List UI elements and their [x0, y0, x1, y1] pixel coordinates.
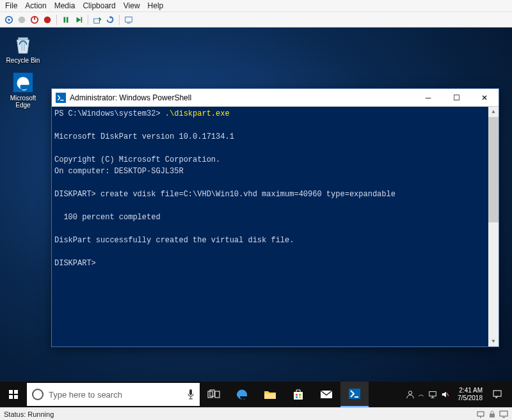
shutdown-icon[interactable]: [29, 15, 40, 25]
clock-date: 7/5/2018: [458, 394, 483, 402]
edge-icon: [11, 70, 35, 95]
menu-clipboard[interactable]: Clipboard: [83, 1, 115, 10]
status-label: Status: Running: [4, 410, 54, 418]
taskbar-clock[interactable]: 2:41 AM 7/5/2018: [458, 387, 483, 402]
svg-rect-12: [125, 17, 132, 22]
desktop-icon-label: Microsoft Edge: [3, 95, 44, 109]
svg-point-5: [44, 16, 51, 23]
svg-rect-33: [429, 392, 436, 396]
tray-chevron-up-icon[interactable]: ︿: [419, 391, 424, 399]
powershell-window: Administrator: Windows PowerShell ─ ☐ ✕ …: [51, 88, 499, 347]
virtual-desktop: Recycle Bin Microsoft Edge Administrator…: [0, 27, 512, 407]
window-close-button[interactable]: ✕: [470, 89, 499, 107]
svg-line-37: [447, 393, 449, 396]
recycle-bin-icon: [11, 33, 35, 57]
people-icon[interactable]: [406, 390, 415, 399]
windows-logo-icon: [8, 389, 19, 400]
reset-icon[interactable]: [74, 15, 84, 25]
edge-icon: [236, 388, 248, 401]
svg-rect-23: [215, 391, 220, 398]
svg-point-1: [8, 19, 10, 21]
window-maximize-button[interactable]: ☐: [442, 89, 470, 107]
taskbar-file-explorer[interactable]: [256, 382, 284, 407]
status-display-icon: [499, 410, 508, 419]
notifications-icon: [492, 389, 502, 400]
menu-help[interactable]: Help: [148, 1, 164, 10]
svg-rect-27: [299, 394, 301, 396]
menu-media[interactable]: Media: [54, 1, 76, 10]
host-menubar: File Action Media Clipboard View Help: [0, 0, 512, 12]
ps-line: On computer: DESKTOP-SGJL35R: [54, 167, 184, 176]
menu-view[interactable]: View: [124, 1, 140, 10]
desktop-icon-edge[interactable]: Microsoft Edge: [3, 70, 44, 109]
console-scrollbar[interactable]: ▲ ▼: [488, 107, 499, 346]
ps-line: Microsoft DiskPart version 10.0.17134.1: [54, 132, 234, 141]
checkpoint-icon[interactable]: [92, 15, 102, 25]
powershell-icon: [56, 93, 66, 103]
ctrl-alt-del-icon[interactable]: [4, 15, 14, 25]
window-title: Administrator: Windows PowerShell: [70, 93, 191, 102]
desktop-icon-label: Recycle Bin: [6, 57, 40, 64]
ps-line: DISKPART>: [54, 259, 96, 268]
menu-file[interactable]: File: [5, 1, 17, 10]
store-icon: [292, 388, 305, 401]
scroll-up-arrow-icon[interactable]: ▲: [488, 107, 499, 117]
svg-rect-6: [64, 17, 66, 22]
pause-icon[interactable]: [61, 15, 71, 25]
svg-marker-36: [442, 392, 446, 398]
toolbar-separator: [119, 15, 120, 25]
ps-line: PS C:\Windows\system32>: [54, 109, 165, 118]
start-graybtn-icon[interactable]: [17, 15, 27, 25]
save-state-icon[interactable]: [42, 15, 52, 25]
ps-line: 100 percent completed: [54, 213, 161, 222]
svg-rect-7: [67, 17, 68, 22]
host-toolbar: [0, 12, 512, 27]
svg-rect-20: [189, 389, 192, 395]
svg-point-32: [408, 391, 412, 394]
enhanced-session-icon[interactable]: [124, 15, 134, 25]
taskbar-mail[interactable]: [312, 382, 340, 407]
taskbar-search[interactable]: Type here to search: [27, 383, 200, 406]
taskbar-edge[interactable]: [228, 382, 256, 407]
taskview-icon: [207, 389, 220, 400]
scroll-thumb[interactable]: [488, 117, 499, 222]
revert-icon[interactable]: [105, 15, 115, 25]
svg-rect-25: [294, 392, 303, 400]
ps-line: Copyright (C) Microsoft Corporation.: [54, 155, 220, 164]
start-button[interactable]: [0, 382, 27, 407]
menu-action[interactable]: Action: [25, 1, 46, 10]
volume-icon[interactable]: [441, 390, 450, 399]
action-center-button[interactable]: [486, 382, 508, 407]
toolbar-separator: [56, 15, 57, 25]
svg-rect-29: [299, 396, 301, 398]
search-placeholder: Type here to search: [49, 390, 187, 400]
svg-rect-17: [14, 390, 18, 394]
ps-command: .\diskpart.exe: [165, 109, 230, 118]
svg-rect-18: [9, 395, 13, 399]
windows-taskbar: Type here to search ︿ 2:41 AM: [0, 382, 512, 407]
ps-line: DISKPART> create vdisk file=C:\VHD\Win10…: [54, 190, 396, 199]
scroll-down-arrow-icon[interactable]: ▼: [488, 336, 499, 346]
taskbar-store[interactable]: [284, 382, 312, 407]
taskbar-powershell[interactable]: [340, 382, 369, 407]
window-titlebar[interactable]: Administrator: Windows PowerShell ─ ☐ ✕: [52, 89, 499, 107]
toolbar-separator: [88, 15, 88, 25]
svg-point-2: [19, 16, 26, 23]
cortana-icon: [32, 389, 44, 400]
svg-rect-42: [500, 411, 508, 416]
desktop-icon-recycle-bin[interactable]: Recycle Bin: [3, 33, 44, 64]
svg-rect-39: [477, 412, 484, 416]
ps-line: DiskPart successfully created the virtua…: [54, 236, 294, 245]
svg-rect-38: [493, 391, 501, 396]
network-icon[interactable]: [428, 390, 437, 399]
svg-rect-10: [94, 19, 100, 23]
svg-marker-8: [77, 17, 81, 22]
powershell-console[interactable]: PS C:\Windows\system32> .\diskpart.exe M…: [52, 107, 499, 346]
svg-rect-26: [296, 394, 298, 396]
taskview-button[interactable]: [200, 382, 228, 407]
svg-rect-41: [490, 414, 495, 417]
svg-rect-19: [14, 395, 18, 399]
window-minimize-button[interactable]: ─: [414, 89, 442, 107]
mic-icon[interactable]: [187, 389, 195, 400]
system-tray: ︿ 2:41 AM 7/5/2018: [402, 382, 512, 407]
